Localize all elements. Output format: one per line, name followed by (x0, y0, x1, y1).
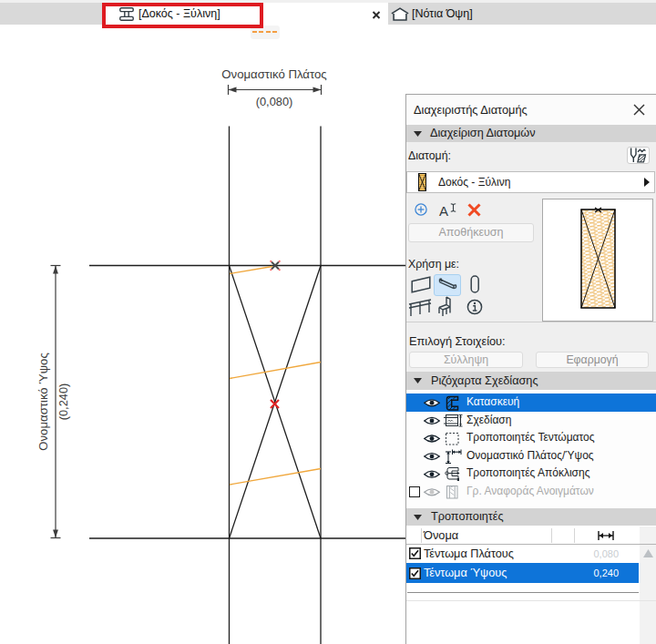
svg-text:Ονομαστικό Πλάτος: Ονομαστικό Πλάτος (221, 67, 326, 81)
svg-text:(0,240): (0,240) (56, 383, 70, 421)
svg-text:Ονομαστικό Ύψος: Ονομαστικό Ύψος (36, 353, 50, 451)
svg-text:(0,080): (0,080) (256, 95, 293, 108)
